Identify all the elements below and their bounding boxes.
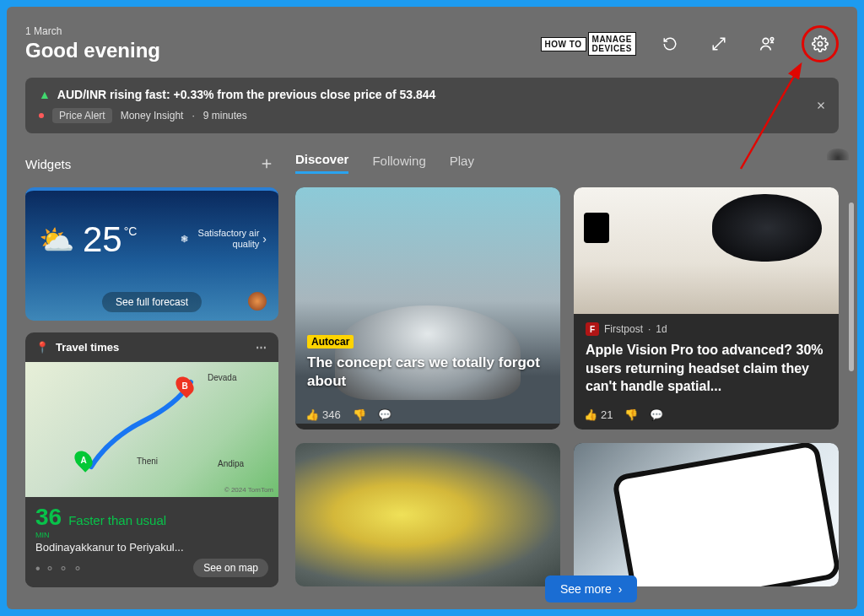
dislike-button[interactable]: 👎 — [624, 408, 638, 421]
comment-icon: 💬 — [650, 408, 663, 421]
svg-point-1 — [770, 38, 773, 41]
scrollbar[interactable] — [849, 203, 854, 371]
map-pin-icon: 📍 — [35, 341, 49, 354]
add-widget-button[interactable] — [255, 152, 278, 176]
watermark: HOW TO MANAGEDEVICES — [541, 32, 636, 56]
expand-button[interactable] — [704, 29, 734, 59]
card-source: Autocar — [307, 335, 354, 349]
tab-following[interactable]: Following — [372, 154, 425, 173]
thumbs-down-icon: 👎 — [353, 408, 366, 421]
card-image — [574, 187, 839, 314]
see-more-button[interactable]: See more › — [545, 575, 637, 602]
card-image — [574, 443, 839, 586]
thumbs-down-icon: 👎 — [624, 408, 638, 421]
notification-headline: AUD/INR rising fast: +0.33% from the pre… — [57, 88, 436, 101]
like-button[interactable]: 👍346 — [305, 408, 341, 421]
route-line — [25, 362, 278, 497]
travel-map[interactable]: A B Theni Devada Andipa © 2024 TomTom — [25, 362, 278, 497]
refresh-icon — [662, 36, 678, 51]
weather-globe-icon[interactable] — [248, 292, 267, 311]
date-text: 1 March — [25, 25, 160, 37]
greeting-block: 1 March Good evening — [25, 25, 160, 62]
card-title: The concept cars we totally forgot about — [307, 354, 548, 391]
profile-icon — [759, 35, 776, 52]
notification-source: Money Insight — [121, 110, 184, 122]
thumbs-up-icon: 👍 — [584, 408, 597, 421]
feed-tabs: Discover Following Play — [295, 152, 839, 174]
notification-banner[interactable]: ▲ AUD/INR rising fast: +0.33% from the p… — [25, 78, 839, 133]
like-button[interactable]: 👍21 — [584, 408, 613, 421]
svg-point-2 — [818, 42, 823, 46]
avatar[interactable] — [827, 149, 849, 160]
close-icon — [815, 100, 827, 111]
card-title: Apple Vision Pro too advanced? 30% users… — [586, 341, 827, 396]
alert-dot-icon — [39, 113, 44, 118]
news-card[interactable]: Autocar The concept cars we totally forg… — [295, 187, 560, 430]
close-notification-button[interactable] — [815, 100, 827, 111]
travel-status: Faster than usual — [68, 513, 166, 527]
travel-eta-unit: MIN — [35, 531, 62, 539]
card-image — [295, 443, 560, 586]
air-quality-icon: ❃ — [181, 234, 188, 245]
chevron-right-icon: › — [262, 232, 267, 246]
top-bar: 1 March Good evening HOW TO MANAGEDEVICE… — [25, 25, 839, 62]
notification-tag: Price Alert — [52, 108, 112, 123]
travel-more-button[interactable]: ⋯ — [256, 341, 268, 354]
travel-title: Travel times — [56, 341, 119, 354]
weather-moon-cloud-icon: ⛅ — [39, 223, 74, 257]
weather-widget[interactable]: ⛅ 25°C ❃ Satisfactory air quality › See … — [25, 187, 278, 321]
news-card[interactable] — [574, 443, 839, 586]
settings-highlight-circle — [802, 25, 839, 62]
greeting-text: Good evening — [25, 39, 160, 62]
svg-point-0 — [763, 38, 769, 44]
source-logo-icon: F — [586, 322, 599, 336]
widgets-heading: Widgets — [25, 157, 71, 171]
see-on-map-button[interactable]: See on map — [193, 559, 268, 577]
gear-icon — [812, 35, 829, 52]
tab-discover[interactable]: Discover — [295, 152, 348, 174]
widgets-board: 1 March Good evening HOW TO MANAGEDEVICE… — [7, 7, 857, 609]
comment-button[interactable]: 💬 — [378, 408, 392, 421]
top-right-controls: HOW TO MANAGEDEVICES — [541, 25, 839, 62]
weather-temperature: 25°C — [83, 219, 137, 260]
card-time: 1d — [656, 323, 667, 335]
thumbs-up-icon: 👍 — [305, 408, 319, 421]
comment-button[interactable]: 💬 — [650, 408, 663, 421]
tab-play[interactable]: Play — [450, 154, 474, 173]
dislike-button[interactable]: 👎 — [353, 408, 366, 421]
travel-eta-value: 36 — [35, 504, 62, 530]
pagination-dots[interactable]: • ∘ ∘ ∘ — [35, 560, 83, 576]
settings-button[interactable] — [812, 35, 829, 52]
comment-icon: 💬 — [378, 408, 392, 421]
see-full-forecast-button[interactable]: See full forecast — [102, 292, 202, 312]
travel-route-label: Bodinayakkanur to Periyakul... — [35, 541, 268, 554]
news-card[interactable]: FFirstpost·1d Apple Vision Pro too advan… — [574, 187, 839, 430]
expand-icon — [711, 36, 726, 51]
news-card[interactable] — [295, 443, 560, 586]
card-source: Firstpost — [604, 323, 643, 335]
air-quality-link[interactable]: ❃ Satisfactory air quality › — [181, 228, 267, 250]
notification-time: 9 minutes — [203, 110, 247, 122]
refresh-button[interactable] — [655, 29, 685, 59]
trend-up-icon: ▲ — [39, 88, 51, 101]
profile-button[interactable] — [753, 29, 783, 59]
chevron-right-icon: › — [618, 582, 623, 596]
travel-widget: 📍Travel times ⋯ A B Theni Devada Andipa … — [25, 332, 278, 587]
plus-icon — [259, 156, 274, 171]
